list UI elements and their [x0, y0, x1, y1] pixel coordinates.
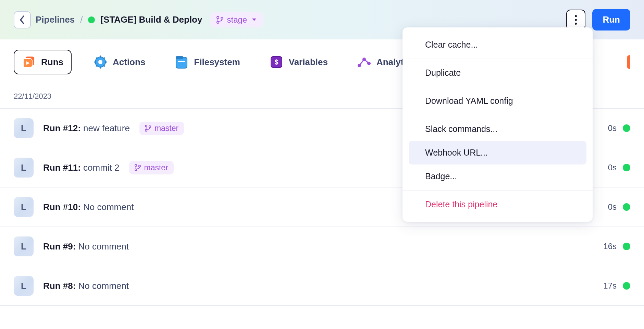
status-dot-icon — [623, 203, 630, 211]
run-title: Run #9: No comment — [43, 241, 129, 252]
branch-name: stage — [227, 15, 247, 25]
run-message: new feature — [83, 123, 130, 133]
breadcrumb-link-pipelines[interactable]: Pipelines — [36, 14, 75, 25]
run-meta: 0s — [608, 123, 630, 133]
breadcrumb: Pipelines / [STAGE] Build & Deploy — [36, 14, 202, 25]
svg-text:$: $ — [274, 58, 278, 66]
run-duration: 17s — [603, 281, 617, 291]
svg-point-26 — [145, 125, 147, 127]
menu-slack-commands[interactable]: Slack commands... — [409, 117, 586, 141]
git-branch-icon — [145, 125, 151, 132]
menu-download-yaml[interactable]: Download YAML config — [409, 89, 586, 113]
run-meta: 0s — [608, 163, 630, 172]
avatar: L — [14, 197, 34, 217]
svg-rect-19 — [176, 56, 183, 59]
avatar: L — [14, 236, 34, 256]
run-row[interactable]: LRun #9: No comment16s — [0, 227, 644, 266]
svg-point-1 — [217, 21, 219, 23]
tab-actions[interactable]: Actions — [86, 50, 153, 74]
svg-point-29 — [135, 164, 136, 166]
actions-icon — [94, 55, 107, 69]
runs-icon — [22, 55, 36, 69]
tab-filesystem-label: Filesystem — [194, 57, 240, 68]
svg-point-0 — [217, 16, 219, 19]
svg-point-3 — [575, 15, 577, 17]
tab-filesystem[interactable]: Filesystem — [167, 50, 247, 74]
page-title: [STAGE] Build & Deploy — [100, 14, 202, 25]
chevron-down-icon — [252, 18, 257, 22]
run-row[interactable]: LRun #8: No comment17s — [0, 266, 644, 306]
branch-selector[interactable]: stage — [210, 12, 263, 27]
run-message: commit 2 — [83, 162, 119, 173]
git-branch-icon — [135, 164, 141, 171]
hidden-tab-peek — [627, 55, 630, 69]
status-dot-icon — [623, 243, 630, 250]
run-meta: 0s — [608, 202, 630, 212]
svg-point-9 — [98, 60, 102, 64]
more-vertical-icon — [574, 15, 577, 25]
run-title: Run #8: No comment — [43, 281, 129, 291]
avatar: L — [14, 118, 34, 138]
svg-point-2 — [221, 17, 223, 19]
status-dot-icon — [88, 16, 95, 23]
menu-clear-cache[interactable]: Clear cache... — [409, 33, 586, 57]
svg-point-4 — [575, 19, 577, 21]
svg-rect-20 — [178, 61, 185, 62]
run-duration: 0s — [608, 202, 617, 212]
more-menu-dropdown: Clear cache... Duplicate Download YAML c… — [402, 27, 593, 222]
avatar: L — [14, 158, 34, 178]
run-label: Run #10: — [43, 202, 83, 212]
menu-duplicate[interactable]: Duplicate — [409, 61, 586, 85]
filesystem-icon — [175, 55, 188, 69]
run-duration: 0s — [608, 123, 617, 133]
run-label: Run #12: — [43, 123, 83, 133]
run-label: Run #9: — [43, 241, 78, 252]
more-menu-button[interactable] — [566, 10, 585, 30]
avatar: L — [14, 276, 34, 296]
run-meta: 16s — [603, 242, 630, 251]
svg-point-30 — [135, 169, 136, 171]
back-button[interactable] — [14, 11, 31, 28]
breadcrumb-separator: / — [80, 14, 83, 25]
menu-webhook-url[interactable]: Webhook URL... — [409, 141, 586, 164]
svg-point-5 — [575, 23, 577, 25]
tab-variables[interactable]: $ Variables — [262, 50, 335, 74]
tab-runs[interactable]: Runs — [14, 50, 72, 74]
run-label: Run #11: — [43, 162, 83, 173]
branch-name: master — [154, 124, 178, 133]
tab-runs-label: Runs — [41, 57, 63, 68]
analytics-icon — [357, 55, 371, 69]
branch-tag[interactable]: master — [139, 122, 184, 135]
svg-point-27 — [145, 130, 147, 131]
tab-variables-label: Variables — [289, 57, 328, 68]
tab-actions-label: Actions — [113, 57, 145, 68]
git-branch-icon — [216, 16, 223, 24]
run-message: No comment — [78, 281, 129, 291]
run-message: No comment — [78, 241, 129, 252]
menu-badge[interactable]: Badge... — [409, 164, 586, 188]
run-duration: 16s — [603, 242, 617, 251]
run-title: Run #11: commit 2 — [43, 162, 120, 173]
chevron-left-icon — [19, 15, 25, 25]
run-title: Run #10: No comment — [43, 202, 134, 212]
branch-tag[interactable]: master — [129, 161, 174, 174]
run-message: No comment — [83, 202, 134, 212]
run-duration: 0s — [608, 163, 617, 172]
svg-point-31 — [138, 165, 140, 167]
branch-name: master — [144, 163, 168, 172]
status-dot-icon — [623, 282, 630, 290]
run-label: Run #8: — [43, 281, 78, 291]
menu-delete-pipeline[interactable]: Delete this pipeline — [409, 193, 586, 216]
variables-icon: $ — [270, 55, 283, 69]
run-button[interactable]: Run — [592, 9, 630, 31]
svg-point-28 — [149, 126, 151, 127]
run-meta: 17s — [603, 281, 630, 291]
status-dot-icon — [623, 164, 630, 171]
status-dot-icon — [623, 124, 630, 132]
run-title: Run #12: new feature — [43, 123, 130, 134]
